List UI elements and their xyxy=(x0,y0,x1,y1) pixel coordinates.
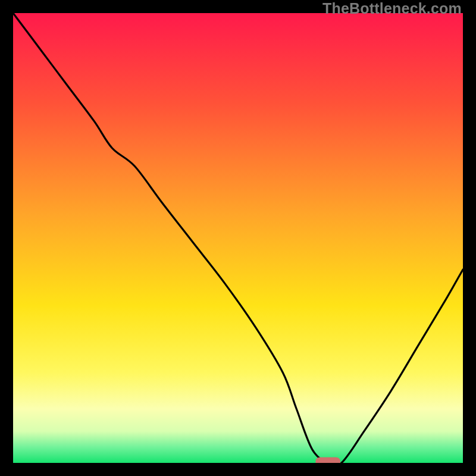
bottleneck-curve xyxy=(13,13,463,463)
chart-frame xyxy=(13,13,463,463)
optimal-marker xyxy=(315,457,340,463)
watermark-text: TheBottleneck.com xyxy=(322,0,462,17)
chart-svg xyxy=(13,13,463,463)
plot-area xyxy=(13,13,463,463)
